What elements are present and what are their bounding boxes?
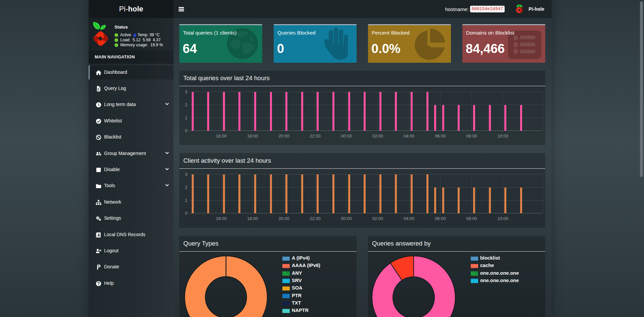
svg-text:0: 0 [185,211,187,216]
svg-text:3: 3 [185,172,187,177]
svg-text:10:00: 10:00 [498,134,509,139]
svg-text:08:00: 08:00 [466,216,477,221]
svg-text:20:00: 20:00 [278,216,289,221]
svg-text:18:00: 18:00 [247,134,258,139]
svg-text:06:00: 06:00 [435,134,446,139]
svg-text:02:00: 02:00 [372,216,383,221]
svg-text:18:00: 18:00 [247,216,258,221]
svg-text:10:00: 10:00 [498,216,509,221]
svg-text:16:00: 16:00 [216,134,227,139]
svg-text:20:00: 20:00 [278,134,289,139]
svg-text:1: 1 [185,115,187,120]
svg-text:2: 2 [185,102,187,107]
svg-text:06:00: 06:00 [435,216,446,221]
svg-text:04:00: 04:00 [404,216,415,221]
svg-text:0: 0 [185,128,187,133]
svg-text:22:00: 22:00 [310,216,321,221]
svg-text:16:00: 16:00 [216,216,227,221]
svg-text:3: 3 [185,89,187,94]
svg-text:22:00: 22:00 [310,134,321,139]
svg-text:1: 1 [185,198,187,203]
svg-text:02:00: 02:00 [372,134,383,139]
svg-text:2: 2 [185,185,187,190]
svg-text:00:00: 00:00 [341,134,352,139]
svg-text:00:00: 00:00 [341,216,352,221]
svg-text:08:00: 08:00 [466,134,477,139]
svg-text:04:00: 04:00 [404,134,415,139]
